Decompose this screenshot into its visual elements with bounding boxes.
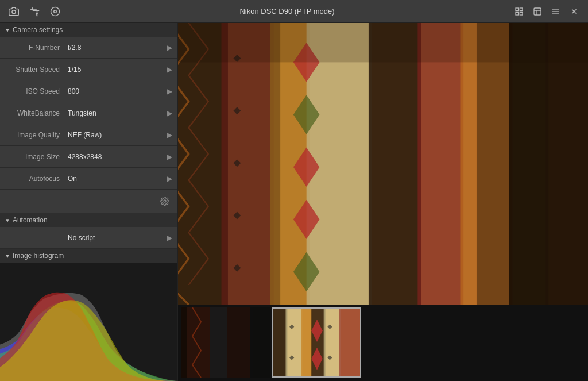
titlebar-left: [6, 3, 63, 20]
automation-header[interactable]: ▼ Automation: [0, 213, 177, 227]
fnumber-label: F-Number: [2, 44, 65, 52]
svg-point-0: [12, 10, 16, 13]
camera-icon[interactable]: [6, 3, 22, 20]
titlebar: Nikon DSC D90 (PTP mode) ✕: [0, 0, 588, 23]
imagesize-arrow: ▶: [164, 153, 175, 161]
imagesize-value: 4288x2848: [65, 153, 164, 161]
shutter-value: 1/15: [65, 66, 164, 74]
thumbnails-strip: [178, 305, 588, 381]
main-image-area: [178, 23, 588, 305]
svg-rect-47: [477, 23, 588, 305]
right-panel: [178, 23, 588, 381]
thumbnail-1-svg: [181, 307, 270, 378]
iso-value: 800: [65, 87, 164, 95]
imagequality-row[interactable]: Image Quality NEF (Raw) ▶: [0, 124, 177, 146]
script-arrow: ▶: [164, 234, 175, 242]
preview-icon[interactable]: [529, 3, 546, 20]
thumbnail-1[interactable]: [181, 307, 270, 378]
svg-rect-6: [520, 12, 523, 15]
camera-settings-label: Camera settings: [13, 26, 63, 34]
whitebalance-arrow: ▶: [164, 109, 175, 117]
main-layout: ▼ Camera settings F-Number f/2.8 ▶ Shutt…: [0, 23, 588, 381]
shutter-label: Shutter Speed: [2, 66, 65, 74]
iso-label: ISO Speed: [2, 87, 65, 95]
fnumber-arrow: ▶: [164, 44, 175, 52]
svg-rect-57: [285, 309, 302, 376]
fnumber-value: f/2.8: [65, 44, 164, 52]
autofocus-arrow: ▶: [164, 175, 175, 183]
whitebalance-row[interactable]: WhiteBalance Tungsten ▶: [0, 102, 177, 124]
histogram-canvas: [0, 263, 177, 381]
autofocus-row[interactable]: Autofocus On ▶: [0, 168, 177, 190]
gear-button[interactable]: [157, 193, 173, 209]
histogram-section: ▼ Image histogram: [0, 249, 177, 381]
imagequality-arrow: ▶: [164, 131, 175, 139]
svg-rect-56: [273, 309, 287, 376]
shutter-arrow: ▶: [164, 66, 175, 74]
shutter-row[interactable]: Shutter Speed 1/15 ▶: [0, 59, 177, 80]
close-button[interactable]: ✕: [566, 3, 582, 20]
crop-icon[interactable]: [26, 3, 42, 20]
automation-section: ▼ Automation No script ▶: [0, 213, 177, 249]
svg-rect-61: [339, 309, 360, 376]
imagequality-label: Image Quality: [2, 131, 65, 139]
camera-settings-arrow: ▼: [5, 27, 10, 33]
histogram-label: Image histogram: [13, 252, 64, 260]
svg-rect-48: [178, 23, 588, 62]
settings-circle-icon[interactable]: [47, 3, 63, 20]
gear-row: [0, 190, 177, 213]
script-value: No script: [65, 234, 164, 242]
svg-rect-46: [178, 23, 280, 305]
svg-rect-3: [516, 8, 519, 11]
imagequality-value: NEF (Raw): [65, 131, 164, 139]
script-row[interactable]: No script ▶: [0, 227, 177, 249]
whitebalance-value: Tungsten: [65, 109, 164, 117]
svg-rect-4: [520, 8, 523, 11]
svg-point-11: [164, 200, 166, 202]
iso-row[interactable]: ISO Speed 800 ▶: [0, 80, 177, 102]
imagesize-row[interactable]: Image Size 4288x2848 ▶: [0, 146, 177, 168]
svg-rect-7: [534, 8, 541, 15]
histogram-svg: [0, 263, 177, 381]
thumbnail-2-svg: [273, 309, 360, 376]
titlebar-right: ✕: [511, 3, 582, 20]
imagesize-label: Image Size: [2, 153, 65, 161]
autofocus-value: On: [65, 175, 164, 183]
main-image-svg: [178, 23, 588, 305]
autofocus-label: Autofocus: [2, 175, 65, 183]
svg-point-2: [54, 10, 57, 13]
automation-arrow: ▼: [5, 217, 10, 224]
svg-rect-58: [301, 309, 312, 376]
camera-settings-table: F-Number f/2.8 ▶ Shutter Speed 1/15 ▶ IS…: [0, 37, 177, 190]
histogram-arrow: ▼: [5, 253, 10, 259]
fnumber-row[interactable]: F-Number f/2.8 ▶: [0, 37, 177, 59]
camera-settings-header[interactable]: ▼ Camera settings: [0, 23, 177, 37]
whitebalance-label: WhiteBalance: [2, 109, 65, 117]
svg-rect-60: [324, 309, 341, 376]
iso-arrow: ▶: [164, 87, 175, 95]
grid-icon[interactable]: [511, 3, 527, 20]
thumbnail-2[interactable]: [272, 307, 361, 378]
svg-rect-54: [181, 307, 270, 378]
svg-point-1: [51, 7, 60, 16]
automation-label: Automation: [13, 216, 48, 224]
svg-rect-5: [516, 12, 519, 15]
app-title: Nikon DSC D90 (PTP mode): [63, 7, 511, 16]
menu-icon[interactable]: [548, 3, 564, 20]
left-panel: ▼ Camera settings F-Number f/2.8 ▶ Shutt…: [0, 23, 178, 381]
histogram-header[interactable]: ▼ Image histogram: [0, 249, 177, 263]
